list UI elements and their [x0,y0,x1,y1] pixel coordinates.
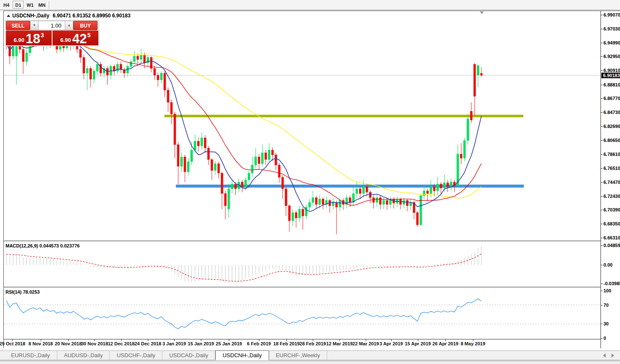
price-axis-label: 6.97030 [603,26,620,31]
ma-mid-line [6,43,481,206]
price-axis-tick [601,224,603,224]
sell-button[interactable]: SELL [6,21,30,30]
macd-axis-tick [601,265,603,265]
volume-decrease-button[interactable]: ▼ [30,21,39,30]
price-axis-tick [601,29,603,29]
support-line[interactable] [176,185,524,188]
price-axis-label: 6.74470 [603,180,620,185]
horizontal-level-lines [164,115,524,188]
price-axis-tick [601,154,603,155]
macd-label: MACD(12,26,9) 0.044573 0.023776 [6,243,80,248]
volume-increase-button[interactable]: ▲ [65,21,73,30]
time-axis-label: 12 Mar 2019 [326,341,353,346]
volume-input[interactable] [39,21,65,30]
buy-price-display[interactable]: 6.90 42 5 [53,31,98,45]
rsi-line [6,299,481,329]
time-axis[interactable]: 29 Oct 20188 Nov 201820 Nov 201830 Nov 2… [4,339,601,349]
time-axis-label: 8 Nov 2018 [28,341,53,346]
buy-button[interactable]: BUY [73,21,97,30]
timeframe-w1[interactable]: W1 [25,1,36,8]
macd-axis-tick [601,245,603,246]
scroll-position-marker-icon [480,11,484,14]
time-axis-label: 29 Oct 2018 [0,341,25,346]
price-axis-tick [601,85,603,85]
chart-tab-bar: EURUSD-,DailyAUDUSD-,DailyUSDCHF-,DailyU… [0,350,620,360]
time-axis-label: 28 Feb 2019 [300,341,326,346]
chart-tab-usdcad-daily[interactable]: USDCAD-,Daily [162,351,215,360]
buy-price-prefix: 6.90 [60,37,71,43]
ma-slow-line [6,43,481,198]
sell-price-point: 3 [41,32,44,39]
buy-price-point: 5 [87,32,91,39]
docked-panel-edge [0,361,620,364]
price-axis-tick [601,210,603,210]
rsi-chart [4,288,601,339]
time-axis-label: 6 Feb 2019 [247,341,271,346]
ohlc-readout: 6.90471 6.91352 6.89950 6.90183 [53,13,131,19]
price-chart-pane[interactable]: USDCNH-,Daily6.90471 6.91352 6.89950 6.9… [4,11,601,241]
sell-price-prefix: 6.90 [14,37,24,43]
timeframe-h4[interactable]: H4 [1,1,12,8]
time-axis-label: 3 Jan 2019 [162,341,186,346]
timeframe-mn[interactable]: MN [36,1,47,8]
chart-tab-usdcnh-daily[interactable]: USDCNH-,Daily [215,350,269,360]
timeframe-buttons: H4D1W1MN [0,0,47,7]
price-axis-tick [601,168,603,169]
timeframe-toolbar: H4D1W1MN [0,0,620,10]
rsi-axis-label: 100 [603,288,611,293]
chart-tab-audusd-daily[interactable]: AUDUSD-,Daily [57,351,110,360]
chart-tab-eurusd-daily[interactable]: EURUSD-,Daily [4,351,57,360]
collapse-panel-icon[interactable] [7,14,10,17]
price-axis-tick [601,70,603,71]
price-axis-tick [601,140,603,141]
rsi-label: RSI(14) 78.0253 [6,289,40,295]
price-axis-label: 6.80650 [603,138,620,143]
current-price-label: 6.90183 [601,72,620,78]
time-axis-label: 20 Nov 2018 [55,341,82,346]
symbol-label: USDCNH-,Daily [12,13,49,19]
macd-indicator-pane[interactable]: MACD(12,26,9) 0.044573 0.023776 [4,242,601,287]
price-axis-tick [601,112,603,113]
price-axis-label: 6.94990 [603,40,620,45]
price-axis-label: 6.76510 [603,166,620,171]
time-axis-label: 30 Nov 2018 [81,341,108,346]
time-axis-label: 15 Apr 2019 [405,341,431,346]
resistance-line[interactable] [164,115,523,117]
macd-axis-label: 0.048594 [603,243,620,248]
candles-layer [6,25,483,234]
price-axis[interactable]: 6.990706.970306.949906.929506.909106.888… [601,11,620,348]
time-axis-label: 24 Dec 2018 [135,341,161,346]
price-axis-tick [601,196,603,197]
macd-axis-tick [601,283,603,284]
price-axis-tick [601,182,603,183]
price-axis-label: 6.88810 [603,82,620,87]
price-axis-tick [601,56,603,57]
tabs-scroll-right-icon[interactable] [612,353,614,358]
price-axis-tick [601,15,603,15]
chart-tabs: EURUSD-,DailyAUDUSD-,DailyUSDCHF-,DailyU… [4,351,327,360]
rsi-axis-label: 0 [603,336,606,341]
buy-price-pips: 42 [72,33,87,44]
time-axis-label: 8 May 2019 [461,341,485,346]
macd-signal-line [6,254,481,281]
macd-histogram [6,246,481,283]
price-axis-label: 6.92950 [603,54,620,59]
toolbar-separator [49,1,49,9]
price-axis-label: 6.84730 [603,110,620,115]
price-axis-label: 6.66310 [603,235,620,240]
macd-axis-label: 0.00 [603,262,612,267]
rsi-indicator-pane[interactable]: RSI(14) 78.0253 [4,288,601,339]
time-axis-label: 18 Feb 2019 [273,341,300,346]
sell-price-display[interactable]: 6.90 18 3 [6,31,52,45]
price-axis-label: 6.72430 [603,194,620,199]
price-axis-label: 6.68350 [603,221,620,226]
rsi-axis-tick [601,305,603,306]
chart-window: USDCNH-,Daily6.90471 6.91352 6.89950 6.9… [3,11,620,348]
price-axis-label: 6.86770 [603,96,620,101]
chart-tab-eurchf-weekly[interactable]: EURCHF-,Weekly [269,351,328,360]
tabs-scroll-left-icon[interactable] [603,353,606,358]
chart-tab-usdchf-daily[interactable]: USDCHF-,Daily [110,351,162,360]
one-click-trade-panel: SELL ▼ ▲ BUY 6.90 18 3 6.90 42 5 [5,20,99,46]
price-axis-tick [601,43,603,43]
timeframe-d1[interactable]: D1 [13,1,24,8]
